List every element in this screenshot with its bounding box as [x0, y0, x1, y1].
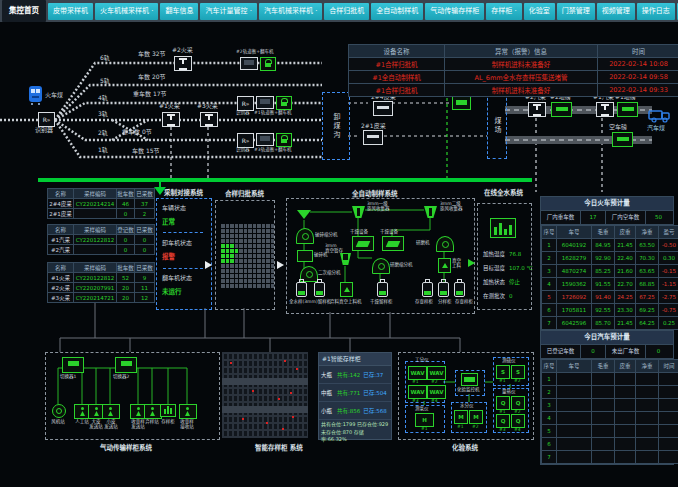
crusher-divider-label: 破碎缩分机 — [315, 232, 338, 237]
dumper-lock-icon[interactable] — [260, 57, 276, 71]
grind-divider-icon[interactable] — [372, 258, 390, 274]
cabinet-cell — [262, 274, 266, 278]
cabinet-cell — [235, 239, 239, 243]
table-cell: 68.85 — [636, 278, 659, 291]
table-cell — [592, 412, 615, 425]
cabinet-cell — [244, 264, 248, 268]
cyclone-1-label: 3mm一级 旋风收集器 — [367, 201, 390, 211]
dryer-2-label: 干燥设备 — [380, 229, 398, 234]
table-cell: 4 — [542, 278, 557, 291]
reader-glyph: R» — [242, 100, 250, 107]
moisture-param-label: 加热状态 — [483, 279, 505, 285]
cabinet-cell — [262, 234, 266, 238]
menu-item-6[interactable]: 合样归批机 — [324, 3, 369, 20]
table-row: #1全自动制样机AL_6mm全水存查样压集送堵管2022-02-14 09:58 — [349, 71, 678, 84]
menu-item-9[interactable]: 存样柜 · — [486, 3, 521, 20]
menu-item-1[interactable]: 皮带采样机 — [48, 3, 93, 20]
dumper-lock-icon[interactable] — [276, 96, 292, 110]
cabinet-cell — [253, 234, 257, 238]
weighbridge-1-icon[interactable] — [617, 102, 638, 117]
train-sampler-1-icon[interactable] — [162, 112, 180, 127]
track-scale-monitor-icon[interactable] — [256, 96, 274, 109]
cabinet-cell — [226, 274, 230, 278]
truck-sampler-1-icon[interactable] — [596, 102, 614, 117]
cabinet-cell — [248, 224, 252, 228]
calorimeter-icon[interactable]: Q — [511, 414, 525, 428]
table-cell: 6040192 — [557, 239, 592, 252]
table-cell — [615, 451, 636, 464]
sulfur-analyzer-icon[interactable]: S — [511, 365, 525, 379]
table-cell: #2汽采 — [48, 245, 74, 255]
moisture-analyzer-icon[interactable] — [490, 218, 516, 238]
cabinet-cell — [244, 244, 248, 248]
table-cell — [592, 425, 615, 438]
switcher-2-icon[interactable] — [115, 357, 137, 373]
menu-item-4[interactable]: 汽车计量管控 · — [200, 3, 256, 20]
train-sampler-2-icon[interactable] — [174, 56, 192, 71]
menu-item-0[interactable]: 集控首页 — [2, 0, 46, 22]
proximate-analyzer-icon[interactable]: WAV — [408, 366, 427, 380]
cabinet-cell — [221, 259, 225, 263]
column-header: 序号 — [542, 360, 557, 373]
cabinet-cell — [244, 284, 248, 288]
belt-monitor-2-icon[interactable] — [452, 96, 471, 110]
menu-item-11[interactable]: 门禁管理 — [557, 3, 595, 20]
rfid-reader-icon[interactable]: R» — [237, 133, 254, 148]
menu-item-8[interactable]: 气动传输存样柜 — [425, 3, 484, 20]
table-cell — [615, 438, 636, 451]
menu-item-5[interactable]: 汽车机械采样机 · — [259, 3, 322, 20]
sulfur-analyzer-icon[interactable]: S — [496, 365, 510, 379]
cabinet-cell — [271, 284, 275, 288]
dryer-2-icon[interactable] — [382, 236, 404, 251]
crusher-divider-icon[interactable] — [296, 228, 314, 244]
track-scale-monitor-icon[interactable] — [256, 133, 274, 146]
cabinet-cell — [262, 244, 266, 248]
dryer-1-icon[interactable] — [352, 236, 374, 251]
belt-sampler-2-icon[interactable] — [363, 130, 383, 145]
switcher-1-icon[interactable] — [62, 357, 84, 373]
hydrogen-analyzer-icon[interactable]: H — [415, 413, 434, 427]
table-cell: 1726092 — [557, 291, 592, 304]
table-cell: 3 — [542, 399, 557, 412]
mill-2-icon[interactable] — [436, 236, 454, 252]
table-cell: 63.50 — [636, 239, 659, 252]
table-cell: 21.60 — [615, 265, 636, 278]
menu-item-13[interactable]: 操作日志 — [637, 3, 675, 20]
mill-2-label: 研磨机 — [416, 240, 430, 245]
proximate-analyzer-icon[interactable]: WAV — [427, 366, 446, 380]
proximate-analyzer-icon[interactable]: WAV — [427, 385, 446, 399]
cabinet-cell — [244, 224, 248, 228]
belt-sampler-1-icon[interactable] — [373, 101, 393, 116]
calorimeter-icon[interactable]: Q — [511, 396, 525, 410]
track-scale-monitor-icon[interactable] — [240, 57, 258, 70]
table-cell: 0 — [135, 235, 155, 245]
proximate-analyzer-icon[interactable]: WAV — [408, 385, 427, 399]
cabinet-cell — [248, 239, 252, 243]
truck-daily-table: 序号车号毛重皮重净重时间1234567 — [541, 359, 678, 464]
calorimeter-icon[interactable]: Q — [496, 396, 510, 410]
moisture-analyzer-lab-icon[interactable]: M — [469, 410, 483, 424]
menu-item-2[interactable]: 火车机械采样机 · — [95, 3, 158, 20]
menu-item-3[interactable]: 翻车信息 — [160, 3, 198, 20]
table-cell — [659, 451, 678, 464]
menu-item-12[interactable]: 视频管理 — [597, 3, 635, 20]
train-sampler-3-icon[interactable] — [200, 112, 218, 127]
cabinet-cell — [253, 244, 257, 248]
lab-monitor-icon[interactable] — [461, 373, 478, 386]
moisture-analyzer-lab-icon[interactable]: M — [454, 410, 468, 424]
weighbridge-2-icon[interactable] — [551, 102, 572, 117]
truck-sampler-2-icon[interactable] — [528, 102, 546, 117]
lab-group-label: 水分仪 — [460, 403, 474, 408]
dumper-lock-icon[interactable] — [276, 133, 292, 147]
mill-icon[interactable] — [297, 250, 313, 262]
cabinet-cell — [266, 224, 270, 228]
empty-truck-scale-icon[interactable] — [612, 132, 633, 147]
menu-item-7[interactable]: 全自动制样机 — [371, 3, 423, 20]
calorimeter-icon[interactable]: Q — [496, 414, 510, 428]
menu-item-10[interactable]: 化验室 — [524, 3, 555, 20]
table-cell — [592, 451, 615, 464]
instr-glyph: WAV — [430, 389, 444, 395]
cabinet-cell — [262, 239, 266, 243]
rfid-reader-icon[interactable]: R» — [237, 96, 254, 111]
rfid-reader-icon[interactable]: R» — [38, 112, 55, 127]
